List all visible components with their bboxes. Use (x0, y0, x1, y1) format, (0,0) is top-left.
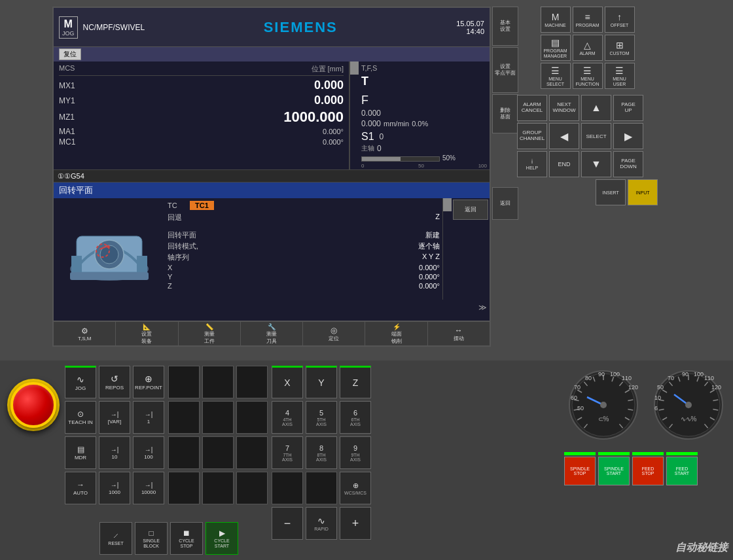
axis-9-btn[interactable]: 99THAXIS (340, 436, 371, 469)
feed-stop-ind (632, 452, 664, 455)
x-row: X 0.000° (168, 264, 440, 271)
axis-seq-row: 轴序列 X Y Z (168, 253, 440, 262)
alarm-cancel-btn[interactable]: ALARMCANCEL (517, 95, 547, 121)
s1-label: S1 (361, 131, 374, 143)
restore-button[interactable]: 复位 (59, 48, 81, 60)
scroll-handle[interactable] (350, 61, 359, 75)
input-btn[interactable]: INPUT (628, 179, 658, 205)
refpoint-btn[interactable]: ⊕REF.POINT (133, 366, 164, 398)
program-manager-btn[interactable]: ▤ PROGRAMMANAGER (541, 35, 571, 61)
machine-icon: M (552, 12, 560, 22)
plus-btn[interactable]: + (340, 507, 371, 540)
return-button[interactable]: 返回 (453, 200, 488, 220)
feed-start-btn[interactable]: FEEDSTART (666, 457, 698, 485)
axis-x-btn[interactable]: X (272, 366, 303, 398)
tab-setup[interactable]: 📐设置装备 (116, 322, 178, 345)
g54-text: ①①G54 (58, 172, 84, 181)
f-unit: mm/min (384, 120, 409, 128)
step1-btn[interactable]: →|1 (133, 401, 164, 434)
spindle-stop-btn[interactable]: SPINDLESTOP (564, 457, 596, 485)
next-window-btn[interactable]: NEXTWINDOW (549, 95, 579, 121)
estop-button[interactable] (10, 382, 56, 428)
arrow-left-btn[interactable]: ◀ (549, 123, 579, 149)
step10000-btn[interactable]: →|10000 (133, 472, 164, 504)
axis-4-btn[interactable]: 44THAXIS (272, 401, 303, 434)
sidebar-btn-delete[interactable]: 删除基面 (492, 94, 518, 133)
cycle-start-btn[interactable]: ▶CYCLESTART (206, 522, 238, 555)
blank-btn-11 (202, 472, 234, 504)
group-channel-btn[interactable]: GROUPCHANNEL (517, 123, 547, 149)
machine-btn[interactable]: M MACHINE (541, 7, 571, 33)
help-btn[interactable]: i HELP (517, 151, 547, 177)
tab-measure-tool[interactable]: 🔧测量刀具 (241, 322, 303, 345)
axis-6-btn[interactable]: 66THAXIS (340, 401, 371, 434)
arrow-up-btn[interactable]: ▲ (581, 95, 611, 121)
single-block-btn[interactable]: □SINGLEBLOCK (135, 522, 168, 555)
step1000-btn[interactable]: →|1000 (99, 472, 130, 504)
tc-row: TC TC1 (168, 201, 440, 210)
spindle-start-container: SPINDLESTART (598, 452, 630, 485)
cycle-stop-btn[interactable]: ⏹CYCLESTOP (170, 522, 203, 555)
repos-btn[interactable]: ↺REPOS (99, 366, 130, 398)
menu-select-btn[interactable]: ☰ MENUSELECT (541, 63, 571, 89)
mdr-btn[interactable]: ▤MDR (65, 436, 96, 469)
plane-label: 回转平面 (168, 230, 196, 240)
tab-swing[interactable]: ↔摆动 (428, 322, 490, 345)
var-btn[interactable]: →|[VAR] (99, 401, 130, 434)
tab-measure-part[interactable]: 📏测量工件 (179, 322, 241, 345)
blank-btn-8 (202, 436, 234, 469)
spindle-start-btn[interactable]: SPINDLESTART (598, 457, 630, 485)
tab-tsm[interactable]: ⚙T,S,M (54, 322, 116, 345)
step100-btn[interactable]: →|100 (133, 436, 164, 469)
sidebar-btn-zero[interactable]: 设置零点平面 (492, 47, 518, 93)
minus-btn[interactable]: − (272, 507, 303, 540)
sidebar-btn-return[interactable]: 返回 (492, 187, 518, 220)
x-label: X (168, 264, 172, 271)
wcs-mcs-btn[interactable]: ⊕WCS/MCS (340, 472, 371, 504)
blank-btn-4 (168, 401, 200, 434)
alarm-btn[interactable]: △ ALARM (573, 35, 603, 61)
page-up-btn[interactable]: PAGEUP (613, 95, 643, 121)
spindle-label: 主轴 (361, 144, 374, 153)
custom-btn[interactable]: ⊞ CUSTOM (605, 35, 635, 61)
blank-btn-7 (168, 436, 200, 469)
end-btn[interactable]: END (549, 151, 579, 177)
menu-function-btn[interactable]: ☰ MENUFUNCTION (573, 63, 603, 89)
swivel-scroll-handle[interactable] (443, 198, 452, 211)
page-down-btn[interactable]: PAGEDOWN (613, 151, 643, 177)
reset-btn[interactable]: ⟋RESET (99, 522, 132, 555)
f-values: 0.000 (361, 109, 487, 118)
axis-7-btn[interactable]: 77THAXIS (272, 436, 303, 469)
select-btn[interactable]: SELECT (581, 123, 611, 149)
spindle-dial: 6 10 50 70 90 100 110 120 ∿∿% (649, 366, 728, 444)
step10-btn[interactable]: →|10 (99, 436, 130, 469)
swivel-actions: 返回 (452, 198, 490, 300)
program-btn[interactable]: ≡ PROGRAM (573, 7, 603, 33)
axis-8-btn[interactable]: 88THAXIS (306, 436, 337, 469)
blank-btn-12 (236, 472, 268, 504)
screen-header: M JOG NC/MPF/SWIVEL SIEMENS 15.05.07 14:… (54, 8, 490, 47)
offset-btn[interactable]: ↑ OFFSET (605, 7, 635, 33)
auto-btn[interactable]: →AUTO (65, 472, 96, 504)
spindle-feed-btns: SPINDLESTOP SPINDLESTART FEEDSTOP FEEDST… (564, 452, 728, 485)
feed-stop-container: FEEDSTOP (632, 452, 664, 485)
tab-position[interactable]: ◎定位 (303, 322, 365, 345)
sidebar-btn-basic[interactable]: 基本设置 (492, 7, 518, 46)
axis-5-btn[interactable]: 55THAXIS (306, 401, 337, 434)
spindle-bar (361, 156, 440, 162)
jog-btn[interactable]: ∿JOG (65, 366, 96, 398)
arrow-down-btn[interactable]: ▼ (581, 151, 611, 177)
svg-text:6: 6 (654, 405, 658, 411)
insert-btn[interactable]: INSERT (596, 179, 626, 205)
tab-face-mill[interactable]: ⚡端面铣削 (365, 322, 427, 345)
retract-row: 回退 Z (168, 213, 440, 222)
feed-stop-btn[interactable]: FEEDSTOP (632, 457, 664, 485)
teachin-btn[interactable]: ⊙TEACH IN (65, 401, 96, 434)
retract-value: Z (435, 213, 440, 222)
coord-row-ma1: MA1 0.000° (59, 127, 344, 136)
menu-user-btn[interactable]: ☰ MENUUSER (605, 63, 635, 89)
axis-y-btn[interactable]: Y (306, 366, 337, 398)
axis-z-btn[interactable]: Z (340, 366, 371, 398)
rapid-btn[interactable]: ∿RAPID (306, 507, 337, 540)
arrow-right-btn[interactable]: ▶ (613, 123, 643, 149)
